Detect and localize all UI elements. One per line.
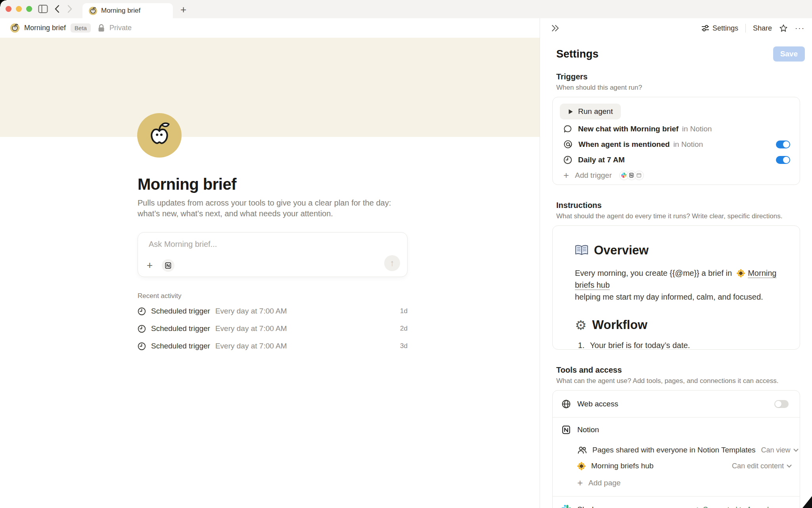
- triggers-subheading: When should this agent run?: [556, 84, 800, 92]
- permission-dropdown[interactable]: Can view: [761, 446, 799, 454]
- globe-icon: [561, 399, 571, 409]
- agent-avatar[interactable]: [137, 113, 182, 158]
- notion-context-chip[interactable]: [162, 259, 174, 272]
- chat-bubble-icon: [563, 125, 572, 133]
- web-access-row[interactable]: Web access: [553, 391, 800, 417]
- sunflower-icon: [737, 269, 745, 277]
- main-content: Morning brief Pulls updates from across …: [0, 38, 540, 508]
- breadcrumb: Morning brief Beta Private: [0, 18, 540, 38]
- recent-activity-row[interactable]: Scheduled trigger Every day at 7:00 AM 3…: [138, 337, 408, 355]
- send-button[interactable]: ↑: [384, 255, 400, 271]
- clock-icon: [138, 325, 146, 333]
- new-tab-icon[interactable]: +: [180, 4, 186, 16]
- chevron-down-icon: [787, 464, 792, 468]
- clock-icon: [563, 156, 572, 164]
- overview-paragraph: Every morning, you create {{@me}} a brie…: [575, 267, 781, 303]
- instructions-heading: Instructions: [556, 201, 800, 210]
- at-mention-icon: [563, 140, 573, 149]
- slack-connection-row[interactable]: Slack ✓ Connected to Acme Inc ···: [553, 496, 800, 508]
- forward-icon[interactable]: [67, 5, 73, 13]
- instructions-editor[interactable]: Overview Every morning, you create {{@me…: [552, 225, 800, 350]
- settings-title: Settings: [556, 48, 599, 60]
- play-icon: [568, 109, 573, 115]
- recent-activity-list: Scheduled trigger Every day at 7:00 AM 1…: [138, 302, 408, 355]
- daily-toggle[interactable]: [776, 156, 790, 164]
- slack-more-icon[interactable]: ···: [783, 506, 791, 508]
- mentioned-toggle[interactable]: [776, 140, 790, 148]
- recent-activity-row[interactable]: Scheduled trigger Every day at 7:00 AM 1…: [138, 302, 408, 320]
- browser-tab-morning-brief[interactable]: Morning brief: [82, 3, 173, 18]
- share-button[interactable]: Share: [753, 24, 772, 33]
- traffic-light-close[interactable]: [6, 6, 11, 12]
- sunflower-icon: [577, 462, 586, 470]
- chevron-down-icon: [793, 448, 799, 452]
- lock-icon: [98, 24, 105, 32]
- recent-activity-row[interactable]: Scheduled trigger Every day at 7:00 AM 2…: [138, 320, 408, 337]
- window-tab-bar: Morning brief +: [0, 0, 812, 18]
- people-icon: [577, 446, 587, 454]
- notion-page-row-hub[interactable]: Morning briefs hub Can edit content: [553, 458, 800, 474]
- window-corner: [0, 0, 6, 6]
- more-options-icon[interactable]: ···: [795, 24, 805, 33]
- overview-heading: Overview: [575, 243, 781, 258]
- open-book-icon: [575, 245, 588, 256]
- favorite-star-icon[interactable]: [779, 24, 788, 33]
- add-trigger-row[interactable]: + Add trigger: [559, 167, 793, 183]
- back-icon[interactable]: [54, 5, 59, 13]
- page-description: Pulls updates from across your tools to …: [138, 198, 408, 219]
- trigger-row-new-chat[interactable]: New chat with Morning brief in Notion: [559, 121, 793, 137]
- clock-icon: [138, 307, 146, 316]
- breadcrumb-page-title[interactable]: Morning brief: [24, 24, 66, 32]
- breadcrumb-apple-avatar-icon: [10, 23, 19, 33]
- slack-icon: [561, 505, 571, 508]
- attach-plus-icon[interactable]: +: [147, 260, 153, 270]
- collapse-panel-icon[interactable]: [551, 25, 560, 32]
- tools-heading: Tools and access: [556, 366, 800, 375]
- add-page-row[interactable]: + Add page: [553, 474, 800, 492]
- tab-apple-avatar-icon: [89, 7, 97, 15]
- trigger-row-mentioned[interactable]: When agent is mentioned in Notion: [559, 137, 793, 152]
- ask-input-placeholder: Ask Morning brief...: [149, 240, 217, 249]
- calendar-mini-icon: [634, 171, 644, 180]
- tools-subheading: What can the agent use? Add tools, pages…: [556, 377, 800, 385]
- settings-panel: Settings Share ··· Settings Save Trigger…: [540, 18, 812, 508]
- traffic-light-zoom[interactable]: [26, 6, 32, 12]
- trigger-source-icons: [619, 171, 644, 180]
- save-button[interactable]: Save: [773, 46, 805, 62]
- tools-card: Web access Notion Pages shared with ever…: [552, 390, 800, 508]
- sliders-icon: [701, 25, 709, 32]
- trigger-row-daily[interactable]: Daily at 7 AM: [559, 152, 793, 167]
- workflow-steps: Your brief is for today’s date. Search a…: [575, 340, 781, 350]
- traffic-light-minimize[interactable]: [16, 6, 22, 12]
- permission-dropdown[interactable]: Can edit content: [732, 462, 792, 470]
- slack-status: ✓ Connected to Acme Inc ···: [693, 505, 791, 508]
- ask-agent-input[interactable]: Ask Morning brief... + ↑: [138, 232, 408, 277]
- page-title: Morning brief: [138, 175, 408, 193]
- privacy-label[interactable]: Private: [109, 24, 132, 32]
- run-agent-button[interactable]: Run agent: [560, 104, 621, 119]
- tab-title: Morning brief: [101, 7, 140, 15]
- tab-settings[interactable]: Settings: [701, 24, 738, 33]
- notion-icon: [561, 425, 571, 435]
- workflow-step: Your brief is for today’s date.: [587, 340, 781, 350]
- check-icon: ✓: [693, 505, 699, 508]
- instructions-subheading: What should the agent do every time it r…: [556, 212, 800, 220]
- plus-icon: +: [577, 479, 583, 487]
- gear-icon: ⚙: [575, 319, 587, 332]
- recent-activity-label: Recent activity: [138, 292, 408, 300]
- header-separator: [745, 24, 746, 33]
- workflow-heading: ⚙ Workflow: [575, 318, 781, 332]
- notion-connection-row[interactable]: Notion: [553, 418, 800, 442]
- notion-page-row-shared[interactable]: Pages shared with everyone in Notion Tem…: [553, 442, 800, 458]
- triggers-heading: Triggers: [556, 72, 800, 81]
- sidebar-toggle-icon[interactable]: [38, 4, 48, 13]
- triggers-card: Run agent New chat with Morning brief in…: [552, 97, 800, 185]
- web-access-toggle[interactable]: [774, 400, 789, 408]
- beta-badge: Beta: [71, 23, 91, 33]
- page-cover-banner: [0, 38, 540, 137]
- panel-header: Settings Share ···: [540, 18, 812, 38]
- plus-icon: +: [563, 171, 569, 179]
- clock-icon: [138, 342, 146, 350]
